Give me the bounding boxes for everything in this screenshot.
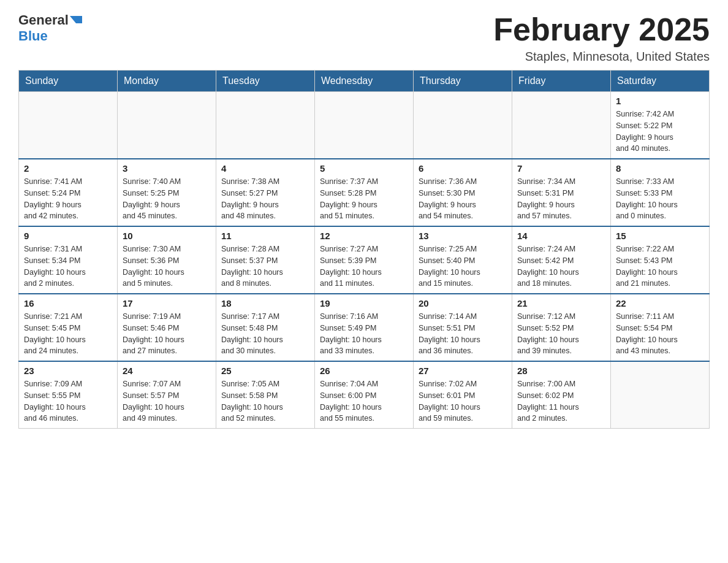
logo-triangle-icon: [70, 16, 82, 23]
calendar-day-cell: 11Sunrise: 7:28 AM Sunset: 5:37 PM Dayli…: [216, 226, 315, 294]
day-number: 22: [616, 298, 704, 308]
calendar-day-cell: [118, 92, 216, 159]
day-number: 8: [616, 163, 704, 174]
day-number: 17: [123, 298, 211, 308]
calendar-week-row: 2Sunrise: 7:41 AM Sunset: 5:24 PM Daylig…: [19, 159, 710, 226]
logo: General Blue: [18, 12, 82, 44]
day-info: Sunrise: 7:12 AM Sunset: 5:52 PM Dayligh…: [517, 311, 605, 357]
day-info: Sunrise: 7:07 AM Sunset: 5:57 PM Dayligh…: [123, 378, 211, 424]
day-info: Sunrise: 7:31 AM Sunset: 5:34 PM Dayligh…: [24, 243, 112, 289]
day-info: Sunrise: 7:17 AM Sunset: 5:48 PM Dayligh…: [221, 311, 309, 357]
day-info: Sunrise: 7:02 AM Sunset: 6:01 PM Dayligh…: [419, 378, 507, 424]
calendar-day-cell: 26Sunrise: 7:04 AM Sunset: 6:00 PM Dayli…: [315, 361, 414, 429]
day-number: 3: [123, 163, 211, 174]
day-info: Sunrise: 7:30 AM Sunset: 5:36 PM Dayligh…: [123, 243, 211, 289]
day-info: Sunrise: 7:40 AM Sunset: 5:25 PM Dayligh…: [123, 176, 211, 222]
calendar-header-thursday: Thursday: [414, 71, 512, 92]
day-number: 4: [221, 163, 309, 174]
calendar-day-cell: 8Sunrise: 7:33 AM Sunset: 5:33 PM Daylig…: [611, 159, 710, 226]
day-number: 28: [517, 366, 605, 376]
day-number: 20: [419, 298, 507, 308]
calendar-day-cell: [512, 92, 611, 159]
day-number: 7: [517, 163, 605, 174]
day-number: 11: [221, 231, 309, 241]
calendar-day-cell: [414, 92, 512, 159]
calendar-header-sunday: Sunday: [19, 71, 118, 92]
day-info: Sunrise: 7:19 AM Sunset: 5:46 PM Dayligh…: [123, 311, 211, 357]
calendar-header-friday: Friday: [512, 71, 611, 92]
day-number: 2: [24, 163, 112, 174]
day-number: 26: [320, 366, 408, 376]
calendar-week-row: 16Sunrise: 7:21 AM Sunset: 5:45 PM Dayli…: [19, 294, 710, 361]
day-info: Sunrise: 7:16 AM Sunset: 5:49 PM Dayligh…: [320, 311, 408, 357]
day-number: 13: [419, 231, 507, 241]
calendar-day-cell: 10Sunrise: 7:30 AM Sunset: 5:36 PM Dayli…: [118, 226, 216, 294]
calendar-day-cell: 6Sunrise: 7:36 AM Sunset: 5:30 PM Daylig…: [414, 159, 512, 226]
day-number: 23: [24, 366, 112, 376]
day-info: Sunrise: 7:42 AM Sunset: 5:22 PM Dayligh…: [616, 109, 704, 155]
calendar-day-cell: 18Sunrise: 7:17 AM Sunset: 5:48 PM Dayli…: [216, 294, 315, 361]
calendar-day-cell: 22Sunrise: 7:11 AM Sunset: 5:54 PM Dayli…: [611, 294, 710, 361]
page-header: General Blue February 2025 Staples, Minn…: [18, 12, 710, 64]
calendar-header-tuesday: Tuesday: [216, 71, 315, 92]
day-info: Sunrise: 7:14 AM Sunset: 5:51 PM Dayligh…: [419, 311, 507, 357]
day-number: 21: [517, 298, 605, 308]
day-number: 24: [123, 366, 211, 376]
day-info: Sunrise: 7:37 AM Sunset: 5:28 PM Dayligh…: [320, 176, 408, 222]
day-info: Sunrise: 7:36 AM Sunset: 5:30 PM Dayligh…: [419, 176, 507, 222]
day-number: 18: [221, 298, 309, 308]
title-area: February 2025 Staples, Minnesota, United…: [493, 12, 710, 64]
day-info: Sunrise: 7:05 AM Sunset: 5:58 PM Dayligh…: [221, 378, 309, 424]
day-number: 10: [123, 231, 211, 241]
calendar-day-cell: 7Sunrise: 7:34 AM Sunset: 5:31 PM Daylig…: [512, 159, 611, 226]
calendar-day-cell: [315, 92, 414, 159]
logo-blue-text: Blue: [18, 28, 48, 44]
day-info: Sunrise: 7:41 AM Sunset: 5:24 PM Dayligh…: [24, 176, 112, 222]
calendar-day-cell: [216, 92, 315, 159]
day-info: Sunrise: 7:25 AM Sunset: 5:40 PM Dayligh…: [419, 243, 507, 289]
calendar-header-wednesday: Wednesday: [315, 71, 414, 92]
calendar-day-cell: 24Sunrise: 7:07 AM Sunset: 5:57 PM Dayli…: [118, 361, 216, 429]
calendar-day-cell: [19, 92, 118, 159]
month-title: February 2025: [493, 12, 710, 47]
calendar-day-cell: [611, 361, 710, 429]
day-number: 27: [419, 366, 507, 376]
calendar-week-row: 9Sunrise: 7:31 AM Sunset: 5:34 PM Daylig…: [19, 226, 710, 294]
calendar-day-cell: 28Sunrise: 7:00 AM Sunset: 6:02 PM Dayli…: [512, 361, 611, 429]
calendar-day-cell: 3Sunrise: 7:40 AM Sunset: 5:25 PM Daylig…: [118, 159, 216, 226]
day-info: Sunrise: 7:33 AM Sunset: 5:33 PM Dayligh…: [616, 176, 704, 222]
calendar-header-saturday: Saturday: [611, 71, 710, 92]
calendar-day-cell: 23Sunrise: 7:09 AM Sunset: 5:55 PM Dayli…: [19, 361, 118, 429]
day-number: 5: [320, 163, 408, 174]
calendar-day-cell: 15Sunrise: 7:22 AM Sunset: 5:43 PM Dayli…: [611, 226, 710, 294]
day-number: 14: [517, 231, 605, 241]
calendar-day-cell: 19Sunrise: 7:16 AM Sunset: 5:49 PM Dayli…: [315, 294, 414, 361]
day-info: Sunrise: 7:11 AM Sunset: 5:54 PM Dayligh…: [616, 311, 704, 357]
day-number: 25: [221, 366, 309, 376]
day-info: Sunrise: 7:09 AM Sunset: 5:55 PM Dayligh…: [24, 378, 112, 424]
calendar-day-cell: 5Sunrise: 7:37 AM Sunset: 5:28 PM Daylig…: [315, 159, 414, 226]
calendar-table: SundayMondayTuesdayWednesdayThursdayFrid…: [18, 70, 710, 429]
day-info: Sunrise: 7:00 AM Sunset: 6:02 PM Dayligh…: [517, 378, 605, 424]
calendar-day-cell: 21Sunrise: 7:12 AM Sunset: 5:52 PM Dayli…: [512, 294, 611, 361]
calendar-day-cell: 17Sunrise: 7:19 AM Sunset: 5:46 PM Dayli…: [118, 294, 216, 361]
day-info: Sunrise: 7:24 AM Sunset: 5:42 PM Dayligh…: [517, 243, 605, 289]
day-info: Sunrise: 7:04 AM Sunset: 6:00 PM Dayligh…: [320, 378, 408, 424]
day-number: 19: [320, 298, 408, 308]
calendar-day-cell: 13Sunrise: 7:25 AM Sunset: 5:40 PM Dayli…: [414, 226, 512, 294]
calendar-day-cell: 9Sunrise: 7:31 AM Sunset: 5:34 PM Daylig…: [19, 226, 118, 294]
calendar-day-cell: 27Sunrise: 7:02 AM Sunset: 6:01 PM Dayli…: [414, 361, 512, 429]
calendar-day-cell: 4Sunrise: 7:38 AM Sunset: 5:27 PM Daylig…: [216, 159, 315, 226]
day-number: 16: [24, 298, 112, 308]
day-info: Sunrise: 7:22 AM Sunset: 5:43 PM Dayligh…: [616, 243, 704, 289]
calendar-week-row: 1Sunrise: 7:42 AM Sunset: 5:22 PM Daylig…: [19, 92, 710, 159]
calendar-week-row: 23Sunrise: 7:09 AM Sunset: 5:55 PM Dayli…: [19, 361, 710, 429]
day-info: Sunrise: 7:28 AM Sunset: 5:37 PM Dayligh…: [221, 243, 309, 289]
day-info: Sunrise: 7:27 AM Sunset: 5:39 PM Dayligh…: [320, 243, 408, 289]
calendar-day-cell: 25Sunrise: 7:05 AM Sunset: 5:58 PM Dayli…: [216, 361, 315, 429]
day-number: 1: [616, 96, 704, 106]
day-info: Sunrise: 7:38 AM Sunset: 5:27 PM Dayligh…: [221, 176, 309, 222]
day-number: 15: [616, 231, 704, 241]
day-number: 9: [24, 231, 112, 241]
day-info: Sunrise: 7:34 AM Sunset: 5:31 PM Dayligh…: [517, 176, 605, 222]
